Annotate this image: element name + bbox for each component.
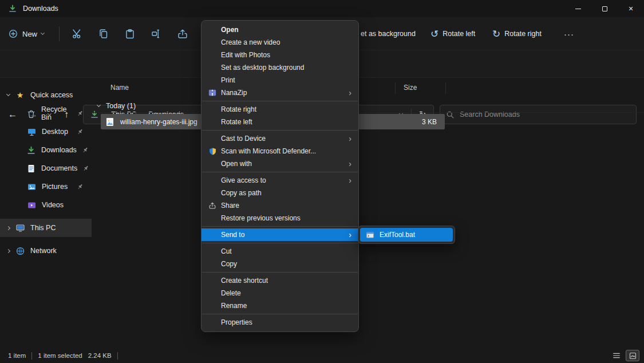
set-as-background-label: et as background — [361, 30, 416, 38]
menu-item-label: Restore previous versions — [221, 214, 301, 222]
menu-item-set-as-desktop-background[interactable]: Set as desktop background — [202, 61, 358, 74]
column-name[interactable]: Name — [110, 84, 129, 92]
column-size[interactable]: Size — [404, 84, 417, 92]
copy-button[interactable] — [90, 22, 117, 45]
status-divider — [117, 352, 118, 360]
defender-shield-icon — [207, 147, 218, 156]
menu-item-rotate-left[interactable]: Rotate left — [202, 116, 358, 128]
chevron-down-icon — [41, 31, 45, 35]
menu-item-copy-as-path[interactable]: Copy as path — [202, 187, 358, 199]
sidebar-item-network[interactable]: Network — [0, 242, 92, 260]
group-divider — [92, 112, 644, 113]
minimize-button[interactable] — [565, 0, 591, 17]
share-icon — [207, 202, 218, 210]
group-header-today[interactable]: Today (1) — [92, 100, 136, 112]
sidebar-item-label: Quick access — [30, 91, 73, 99]
window-controls: × — [565, 0, 644, 17]
menu-item-rename[interactable]: Rename — [202, 299, 358, 312]
send-to-submenu: ExifTool.bat — [358, 226, 455, 244]
sidebar-item-quick-access[interactable]: ★ Quick access — [0, 86, 92, 104]
image-file-icon — [105, 117, 115, 127]
pin-icon — [82, 147, 89, 153]
file-name: william-henry-gates-iii.jpg — [120, 118, 197, 126]
menu-item-label: Copy — [221, 260, 237, 268]
close-icon: × — [629, 4, 633, 13]
menu-item-label: Set as desktop background — [221, 64, 304, 72]
copy-icon — [98, 28, 109, 40]
menu-item-create-shortcut[interactable]: Create shortcut — [202, 274, 358, 287]
submenu-arrow-icon: › — [349, 135, 351, 143]
cut-button[interactable] — [64, 22, 90, 45]
menu-item-cast-to-device[interactable]: Cast to Device › — [202, 132, 358, 145]
menu-item-label: Send to — [221, 231, 244, 239]
sidebar-item-recycle-bin[interactable]: Recycle Bin — [0, 104, 92, 123]
menu-item-open-with[interactable]: Open with › — [202, 157, 358, 170]
menu-item-print[interactable]: Print — [202, 74, 358, 86]
large-icons-view-button[interactable] — [626, 350, 639, 361]
menu-item-create-a-new-video[interactable]: Create a new video — [202, 36, 358, 49]
recycle-bin-icon — [26, 109, 36, 119]
menu-item-nanazip[interactable]: NanaZip › — [202, 86, 358, 99]
share-button[interactable] — [169, 22, 196, 45]
menu-item-rotate-right[interactable]: Rotate right — [202, 103, 358, 116]
downloads-folder-icon — [8, 4, 17, 13]
sidebar-item-label: Pictures — [42, 183, 68, 191]
context-menu: Open Create a new video Edit with Photos… — [201, 20, 359, 332]
downloads-icon — [26, 145, 36, 155]
menu-item-cut[interactable]: Cut — [202, 245, 358, 258]
menu-item-edit-with-photos[interactable]: Edit with Photos — [202, 49, 358, 61]
menu-item-label: Cut — [221, 247, 232, 255]
menu-item-scan-with-defender[interactable]: Scan with Microsoft Defender... — [202, 145, 358, 157]
file-size: 3 KB — [422, 118, 437, 126]
rotate-right-button[interactable]: ↻ Rotate right — [492, 17, 542, 50]
sidebar-item-documents[interactable]: Documents — [0, 159, 92, 177]
sidebar-item-this-pc[interactable]: This PC — [0, 219, 92, 237]
paste-button[interactable] — [117, 22, 143, 45]
view-toggles — [610, 350, 639, 361]
sidebar-item-label: Downloads — [41, 146, 77, 154]
rotate-left-label: Rotate left — [442, 30, 475, 38]
menu-item-delete[interactable]: Delete — [202, 287, 358, 299]
submenu-item-exiftool[interactable]: ExifTool.bat — [360, 228, 453, 242]
sidebar-item-desktop[interactable]: Desktop — [0, 123, 92, 141]
sidebar-item-label: Network — [30, 247, 57, 255]
menu-item-label: Share — [221, 202, 239, 210]
menu-item-restore-previous-versions[interactable]: Restore previous versions — [202, 212, 358, 224]
rename-button[interactable] — [143, 22, 169, 45]
set-as-background-button[interactable]: et as background — [361, 17, 416, 50]
more-options-button[interactable]: ··· — [564, 17, 574, 50]
column-header: Name Size — [92, 81, 644, 96]
sidebar-item-label: Recycle Bin — [41, 105, 72, 121]
sidebar-item-downloads[interactable]: Downloads — [0, 141, 92, 159]
menu-separator — [202, 314, 358, 314]
videos-icon — [26, 200, 37, 210]
menu-item-properties[interactable]: Properties — [202, 316, 358, 329]
menu-item-label: Edit with Photos — [221, 51, 270, 59]
search-box[interactable] — [440, 105, 637, 124]
toolbar-divider — [59, 26, 60, 41]
batch-file-icon — [365, 231, 375, 239]
item-count: 1 item — [8, 352, 26, 359]
close-button[interactable]: × — [618, 0, 644, 17]
column-divider[interactable] — [445, 82, 446, 94]
menu-separator — [202, 101, 358, 101]
menu-item-share[interactable]: Share — [202, 199, 358, 212]
menu-item-label: Delete — [221, 289, 241, 297]
menu-item-label: Rename — [221, 302, 247, 310]
chevron-right-icon — [6, 226, 10, 230]
menu-item-give-access-to[interactable]: Give access to › — [202, 174, 358, 187]
column-divider[interactable] — [395, 82, 396, 94]
menu-item-label: Scan with Microsoft Defender... — [221, 147, 316, 155]
details-view-button[interactable] — [610, 350, 623, 361]
menu-item-send-to[interactable]: Send to › — [202, 228, 358, 241]
new-button[interactable]: New — [8, 17, 44, 50]
maximize-button[interactable] — [591, 0, 618, 17]
sidebar-item-pictures[interactable]: Pictures — [0, 177, 92, 196]
menu-item-open[interactable]: Open — [202, 23, 358, 36]
rotate-left-button[interactable]: ↺ Rotate left — [430, 17, 475, 50]
sidebar-item-videos[interactable]: Videos — [0, 196, 92, 214]
menu-item-label: Create a new video — [221, 38, 280, 46]
menu-item-label: Properties — [221, 318, 252, 326]
menu-item-copy[interactable]: Copy — [202, 258, 358, 270]
group-label: Today (1) — [106, 102, 136, 110]
